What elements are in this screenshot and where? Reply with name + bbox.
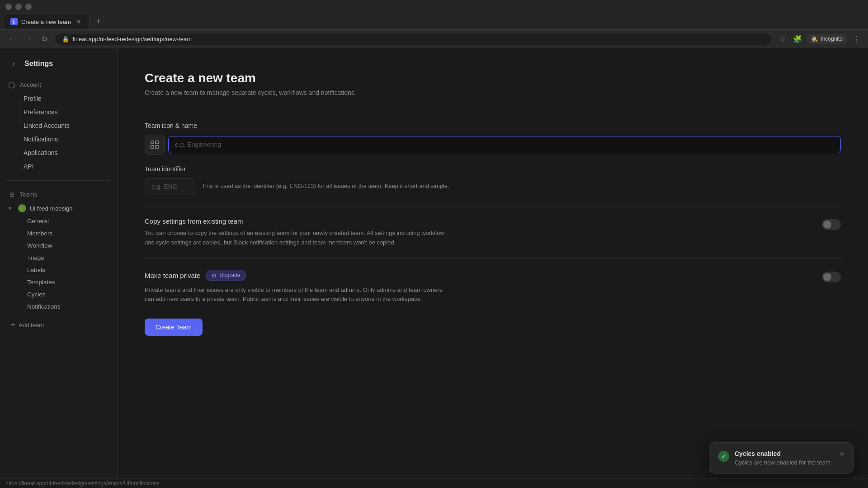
team-avatar: 🌿 [18, 204, 26, 212]
make-private-section: Make team private ⊕ Upgrade Private team… [145, 270, 841, 305]
browser-titlebar [0, 0, 868, 14]
team-icon-name-label: Team icon & name [145, 122, 841, 129]
divider-1 [145, 111, 841, 111]
sidebar-item-members[interactable]: Members [4, 227, 113, 239]
sidebar-item-labels[interactable]: Labels [4, 264, 113, 276]
toast-close-button[interactable]: × [840, 450, 844, 458]
team-identifier-label: Team identifier [145, 165, 841, 173]
team-name-label: Ui feed redesign [30, 205, 73, 212]
active-tab[interactable]: L Create a new team ✕ [4, 14, 90, 29]
api-label: API [24, 163, 34, 170]
triage-label: Triage [27, 254, 44, 261]
copy-settings-row: Copy settings from existing team You can… [145, 217, 841, 248]
sidebar-header: ‹ Settings [0, 54, 117, 77]
page-title: Create a new team [145, 71, 841, 85]
members-label: Members [27, 230, 52, 237]
upgrade-icon: ⊕ [212, 272, 217, 279]
account-icon: ◯ [7, 80, 16, 89]
tab-bar: L Create a new team ✕ + [0, 14, 868, 30]
reload-button[interactable]: ↻ [38, 33, 51, 45]
toast-success-icon: ✓ [718, 451, 729, 462]
create-team-button[interactable]: Create Team [145, 319, 203, 336]
more-options-button[interactable]: ⋮ [850, 33, 863, 45]
sidebar-item-general[interactable]: General [4, 215, 113, 227]
team-icon-picker[interactable] [145, 135, 165, 155]
applications-label: Applications [24, 149, 58, 156]
new-tab-button[interactable]: + [92, 15, 105, 28]
sidebar-item-api[interactable]: API [4, 160, 113, 173]
address-bar-url: linear.app/ui-feed-redesign/settings/new… [73, 36, 192, 42]
divider-3 [145, 258, 841, 259]
sidebar-item-notifications[interactable]: Notifications [4, 132, 113, 146]
back-button[interactable]: ← [5, 33, 18, 45]
team-name-input[interactable] [168, 136, 841, 153]
forward-button[interactable]: → [22, 33, 34, 45]
sidebar: ‹ Settings ◯ Account Profile Preferences… [0, 48, 118, 478]
team-notifications-label: Notifications [27, 303, 61, 310]
notifications-label: Notifications [24, 136, 58, 143]
templates-label: Templates [27, 279, 55, 286]
tab-favicon: L [10, 18, 18, 25]
sidebar-item-templates[interactable]: Templates [4, 276, 113, 288]
svg-rect-1 [156, 141, 158, 144]
window-minimize-button[interactable] [15, 4, 22, 10]
copy-settings-section: Copy settings from existing team You can… [145, 217, 841, 248]
address-bar[interactable]: 🔒 linear.app/ui-feed-redesign/settings/n… [54, 33, 772, 45]
window-close-button[interactable] [5, 4, 12, 10]
tab-close-button[interactable]: ✕ [75, 18, 83, 26]
copy-settings-toggle[interactable] [822, 219, 841, 230]
window-controls [5, 4, 32, 10]
svg-rect-2 [151, 145, 154, 148]
divider-2 [145, 206, 841, 206]
sidebar-item-cycles[interactable]: Cycles [4, 288, 113, 300]
team-ui-feed-header[interactable]: ▼ 🌿 Ui feed redesign [0, 202, 117, 215]
sidebar-teams-section: ⊞ Teams ▼ 🌿 Ui feed redesign General Mem… [0, 184, 117, 315]
team-identifier-section: Team identifier This is used as the iden… [145, 165, 841, 195]
toast-content: Cycles enabled Cycles are now enabled fo… [735, 450, 832, 466]
sidebar-divider [7, 180, 110, 181]
sidebar-account-section: ◯ Account Profile Preferences Linked Acc… [0, 77, 117, 173]
svg-rect-3 [156, 145, 158, 148]
page-subtitle: Create a new team to manage separate cyc… [145, 89, 841, 96]
sidebar-item-preferences[interactable]: Preferences [4, 105, 113, 119]
general-label: General [27, 218, 49, 225]
sidebar-account-header: ◯ Account [0, 77, 117, 92]
main-content: Create a new team Create a new team to m… [118, 48, 868, 478]
upgrade-button[interactable]: ⊕ Upgrade [206, 270, 246, 281]
bookmark-button[interactable]: ☆ [776, 33, 788, 45]
sidebar-item-team-notifications[interactable]: Notifications [4, 300, 113, 313]
sidebar-item-linked-accounts[interactable]: Linked Accounts [4, 119, 113, 132]
browser-chrome: L Create a new team ✕ + ← → ↻ 🔒 linear.a… [0, 0, 868, 48]
toast-notification: ✓ Cycles enabled Cycles are now enabled … [709, 442, 854, 474]
extensions-button[interactable]: 🧩 [791, 33, 804, 45]
upgrade-label: Upgrade [219, 272, 240, 278]
sidebar-back-button[interactable]: ‹ [7, 57, 20, 70]
copy-settings-content: Copy settings from existing team You can… [145, 217, 452, 248]
app-layout: ‹ Settings ◯ Account Profile Preferences… [0, 48, 868, 478]
sidebar-item-triage[interactable]: Triage [4, 252, 113, 264]
make-private-content: Make team private ⊕ Upgrade Private team… [145, 270, 452, 305]
window-maximize-button[interactable] [25, 4, 32, 10]
sidebar-item-applications[interactable]: Applications [4, 146, 113, 160]
sidebar-item-workflow[interactable]: Workflow [4, 239, 113, 252]
workflow-label: Workflow [27, 242, 52, 249]
add-team-button[interactable]: + Add team [4, 317, 113, 333]
browser-toolbar: ← → ↻ 🔒 linear.app/ui-feed-redesign/sett… [0, 30, 868, 48]
incognito-badge[interactable]: 🕵 Incognito [807, 34, 847, 44]
team-identifier-input[interactable] [145, 178, 194, 195]
identifier-row: This is used as the identifier (e.g. ENG… [145, 178, 841, 195]
svg-rect-0 [151, 141, 154, 144]
incognito-label: Incognito [821, 36, 843, 42]
sidebar-item-profile[interactable]: Profile [4, 92, 113, 105]
sidebar-teams-header: ⊞ Teams [0, 187, 117, 202]
make-private-title-row: Make team private ⊕ Upgrade [145, 270, 452, 281]
teams-icon: ⊞ [7, 190, 16, 199]
identifier-hint: This is used as the identifier (e.g. ENG… [202, 178, 449, 191]
account-section-label: Account [20, 81, 41, 88]
add-team-label: Add team [19, 322, 44, 328]
status-url: https://linear.app/ui-feed-redesign/sett… [5, 480, 160, 487]
make-private-title: Make team private [145, 272, 200, 279]
make-private-toggle[interactable] [822, 272, 841, 282]
make-private-desc: Private teams and their issues are only … [145, 286, 452, 305]
preferences-label: Preferences [24, 108, 57, 116]
